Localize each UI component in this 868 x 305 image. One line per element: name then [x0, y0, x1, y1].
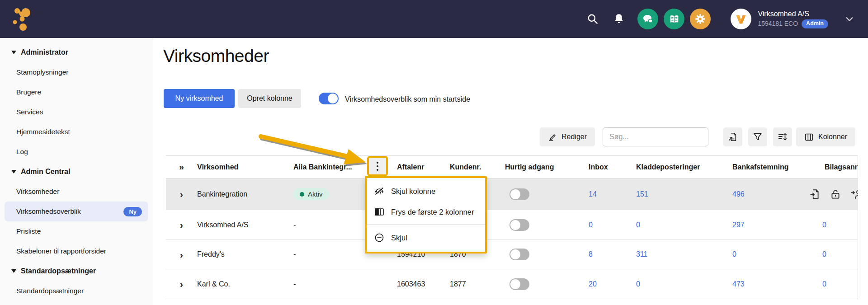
expand-row-icon[interactable]: ›: [166, 220, 195, 230]
column-header-hurtig-adgang[interactable]: Hurtig adgang: [503, 163, 585, 171]
kundenr-value: 1877: [448, 280, 503, 288]
bankafstemning-link[interactable]: 0: [731, 250, 819, 258]
company-name[interactable]: Virksomhed A/S: [195, 221, 292, 229]
sidebar-item-brugere[interactable]: Brugere: [0, 82, 153, 102]
menu-item-hide[interactable]: Skjul: [367, 226, 485, 249]
kladdeposteringer-link[interactable]: 311: [633, 250, 731, 258]
avatar[interactable]: [731, 9, 751, 29]
status-dot-icon: [300, 192, 304, 197]
table-row[interactable]: › Karl & Co. - 1603463 1877 20 0 473 0: [166, 269, 858, 299]
kladdeposteringer-link[interactable]: 0: [633, 280, 731, 288]
column-header-virksomhed[interactable]: Virksomhed: [195, 163, 292, 171]
quick-access-toggle[interactable]: [509, 278, 529, 290]
inbox-link[interactable]: 20: [585, 280, 633, 288]
column-header-kladdeposteringer[interactable]: Kladdeposteringer: [633, 163, 731, 171]
bilag-link[interactable]: 0: [819, 250, 858, 258]
company-name[interactable]: Bankintegration: [195, 190, 292, 198]
document-arrow-icon[interactable]: [809, 188, 821, 200]
unlock-icon[interactable]: [830, 188, 841, 200]
bankafstemning-link[interactable]: 473: [731, 280, 819, 288]
page-title: Virksomheder: [163, 46, 269, 66]
column-header-kundenr[interactable]: Kundenr.: [448, 163, 503, 171]
gear-icon[interactable]: [690, 9, 711, 29]
aftalenr-value: 1603463: [395, 280, 448, 288]
company-name[interactable]: Karl & Co.: [195, 280, 292, 288]
row-actions: [809, 188, 858, 200]
menu-item-freeze-columns[interactable]: Frys de første 2 kolonner: [367, 202, 485, 222]
status-empty: -: [292, 221, 366, 229]
expand-row-icon[interactable]: ›: [166, 250, 195, 259]
table-row[interactable]: › Freddy's - 1594210 1870 8 311 0 0: [166, 240, 858, 269]
main-content: Virksomheder Ny virksomhed Opret kolonne…: [153, 38, 868, 305]
quick-access-toggle[interactable]: [509, 249, 529, 260]
edit-button[interactable]: Rediger: [540, 127, 595, 146]
sort-button[interactable]: [773, 127, 792, 146]
new-company-button[interactable]: Ny virksomhed: [164, 89, 235, 108]
sidebar-section-administrator[interactable]: Administrator: [0, 42, 153, 62]
table-row[interactable]: › Bankintegration Aktiv 14 151 496: [166, 178, 858, 210]
column-header-aftalenr[interactable]: Aftalenr: [395, 163, 448, 171]
sidebar-item-virksomhedsoverblik[interactable]: Virksomhedsoverblik Ny: [5, 202, 148, 221]
companies-table: » Virksomhed Aiia Bankintegr... Aftalenr…: [166, 155, 858, 299]
kebab-menu-icon: [377, 162, 378, 171]
quick-access-toggle[interactable]: [509, 188, 529, 200]
assign-user-icon[interactable]: [850, 188, 858, 200]
sidebar-item-skabeloner[interactable]: Skabeloner til rapportforsider: [0, 241, 153, 261]
book-icon[interactable]: [664, 9, 684, 29]
startpage-toggle[interactable]: [319, 93, 339, 104]
filter-icon: [753, 132, 763, 142]
kladdeposteringer-link[interactable]: 0: [633, 221, 731, 229]
filter-button[interactable]: [748, 127, 767, 146]
sidebar: Administrator Stamoplysninger Brugere Se…: [0, 38, 153, 305]
expand-row-icon[interactable]: ›: [166, 279, 195, 289]
expand-row-icon[interactable]: ›: [166, 189, 195, 199]
inbox-link[interactable]: 8: [585, 250, 633, 258]
sidebar-item-log[interactable]: Log: [0, 142, 153, 162]
status-empty: -: [292, 280, 366, 288]
column-header-aiia[interactable]: Aiia Bankintegr...: [292, 163, 366, 171]
sidebar-item-virksomheder[interactable]: Virksomheder: [0, 182, 153, 202]
sidebar-item-prisliste[interactable]: Prisliste: [0, 221, 153, 241]
sidebar-item-stamoplysninger[interactable]: Stamoplysninger: [0, 62, 153, 82]
columns-button[interactable]: Kolonner: [796, 127, 855, 146]
expand-all-icon[interactable]: »: [166, 162, 195, 172]
column-header-inbox[interactable]: Inbox: [585, 163, 633, 171]
inbox-link[interactable]: 14: [585, 190, 633, 198]
company-name[interactable]: Freddy's: [195, 250, 292, 258]
sidebar-section-standardopsaetninger[interactable]: Standardopsætninger: [0, 261, 153, 281]
startpage-toggle-label: Virksomhedsoverblik som min startside: [345, 95, 470, 103]
table-row[interactable]: › Virksomhed A/S - 0 0 297 0: [166, 210, 858, 240]
account-info[interactable]: Virksomhed A/S 1594181 ECO Admin: [758, 9, 828, 28]
quick-access-toggle[interactable]: [509, 219, 529, 231]
chat-icon[interactable]: [637, 9, 658, 29]
eye-off-icon: [374, 186, 385, 197]
bankafstemning-link[interactable]: 496: [731, 190, 819, 198]
export-button[interactable]: [723, 127, 742, 146]
menu-divider: [367, 224, 485, 225]
inbox-link[interactable]: 0: [585, 221, 633, 229]
sidebar-item-standardopsaetninger[interactable]: Standardopsætninger: [0, 281, 153, 301]
pencil-icon: [548, 132, 557, 141]
bilag-link[interactable]: 0: [819, 221, 858, 229]
column-header-bilag[interactable]: Bilagsann: [819, 163, 858, 171]
sort-icon: [778, 132, 788, 142]
column-menu-button[interactable]: [367, 156, 388, 176]
search-icon[interactable]: [586, 12, 599, 26]
sidebar-section-admin-central[interactable]: Admin Central: [0, 162, 153, 182]
brand-logo-icon[interactable]: [12, 7, 33, 31]
sidebar-item-services[interactable]: Services: [0, 102, 153, 122]
bilag-link[interactable]: 0: [819, 280, 858, 288]
new-badge: Ny: [123, 207, 142, 216]
status-badge: Aktiv: [293, 188, 329, 200]
column-header-bankafstemning[interactable]: Bankafstemning: [731, 163, 819, 171]
kladdeposteringer-link[interactable]: 151: [633, 190, 731, 198]
menu-item-hide-column[interactable]: Skjul kolonne: [367, 181, 485, 202]
freeze-columns-icon: [374, 206, 385, 217]
create-column-button[interactable]: Opret kolonne: [238, 89, 301, 108]
chevron-down-icon[interactable]: [843, 12, 856, 26]
bell-icon[interactable]: [612, 12, 626, 26]
top-navbar: Virksomhed A/S 1594181 ECO Admin: [0, 0, 868, 38]
bankafstemning-link[interactable]: 297: [731, 221, 819, 229]
search-input[interactable]: [603, 133, 703, 141]
sidebar-item-hjemmesidetekst[interactable]: Hjemmesidetekst: [0, 122, 153, 142]
